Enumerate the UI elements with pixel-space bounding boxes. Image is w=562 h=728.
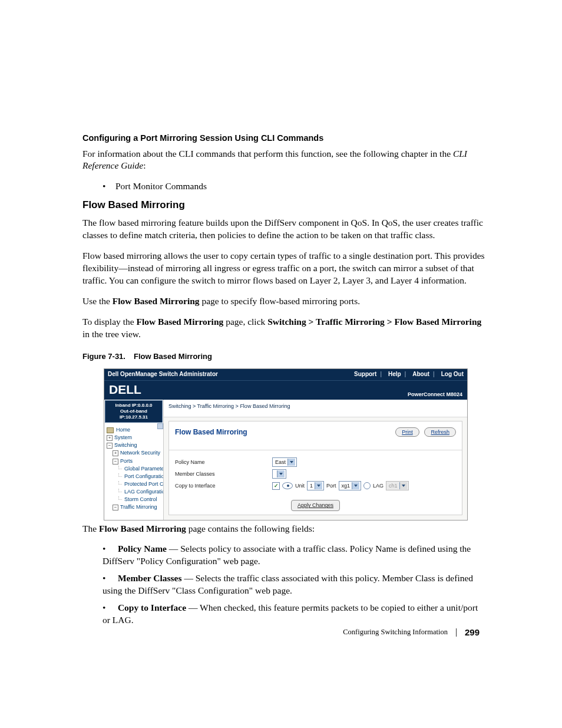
footer-divider: [456, 628, 457, 637]
lag-select: ch1: [386, 481, 409, 490]
product-name: PowerConnect M8024: [408, 391, 462, 398]
flow-paragraph-2: Flow based mirroring allows the user to …: [82, 250, 485, 287]
unit-select[interactable]: 1: [307, 481, 324, 490]
lag-label: LAG: [373, 482, 384, 489]
tree-branch-icon: [118, 481, 122, 485]
txt: The: [82, 523, 99, 533]
expand-icon[interactable]: +: [113, 450, 118, 456]
tree-switching[interactable]: Switching: [114, 442, 137, 448]
member-classes-select[interactable]: [272, 469, 286, 479]
port-value: xg1: [342, 482, 351, 489]
panel-actions: Print Refresh: [392, 427, 456, 437]
txt: page, click: [223, 317, 267, 327]
inband-ip: Inband IP:0.0.0.0: [106, 403, 161, 409]
content-area: Switching > Traffic Mirroring > Flow Bas…: [164, 400, 467, 519]
form-area: Policy Name East Member Classes: [169, 450, 462, 496]
heading-cli-commands: Configuring a Port Mirroring Session Usi…: [82, 133, 485, 144]
field-definitions-list: Policy Name — Selects policy to associat…: [82, 543, 485, 627]
member-classes-label: Member Classes: [175, 470, 272, 477]
outofband-ip: Out-of-band IP:10.27.5.31: [106, 409, 161, 420]
chevron-down-icon: [399, 482, 407, 489]
txt: Use the: [82, 296, 113, 306]
tree-storm-control[interactable]: Storm Control: [124, 496, 157, 502]
nav-path-bold: Switching > Traffic Mirroring > Flow Bas…: [267, 317, 481, 327]
unit-radio[interactable]: [282, 482, 293, 489]
panel-title: Flow Based Mirroring: [175, 427, 247, 437]
tree-network-security[interactable]: Network Security: [120, 450, 160, 456]
figure-caption: Figure 7-31.Flow Based Mirroring: [82, 351, 485, 362]
page-footer: Configuring Switching Information 299: [343, 627, 480, 638]
port-select[interactable]: xg1: [339, 481, 362, 490]
flow-nav-paragraph: To display the Flow Based Mirroring page…: [82, 316, 485, 341]
heading-flow-based-mirroring: Flow Based Mirroring: [82, 199, 485, 212]
flow-based-mirroring-bold: Flow Based Mirroring: [113, 296, 200, 306]
page-number: 299: [465, 627, 480, 638]
tree-port-config[interactable]: Port Configuratio: [124, 473, 163, 479]
help-link[interactable]: Help: [388, 371, 401, 377]
main-panel: Flow Based Mirroring Print Refresh Polic…: [168, 421, 462, 515]
nav-tree[interactable]: Home +System −Switching +Network Securit…: [104, 423, 163, 519]
tree-traffic-mirroring[interactable]: Traffic Mirroring: [120, 504, 157, 510]
unit-label: Unit: [295, 482, 305, 489]
support-link[interactable]: Support: [354, 371, 376, 377]
figure-title: Flow Based Mirroring: [134, 352, 212, 361]
tree-system[interactable]: System: [114, 434, 132, 440]
brand-bar: DELL PowerConnect M8024: [104, 380, 467, 400]
app-title: Dell OpenManage Switch Administrator: [108, 370, 218, 378]
page-name-bold: Flow Based Mirroring: [99, 523, 186, 533]
policy-name-label: Policy Name: [175, 459, 272, 466]
collapse-icon[interactable]: −: [113, 459, 118, 465]
field-def-member: Member Classes — Selects the traffic cla…: [103, 572, 485, 597]
apply-bar: Apply Changes: [169, 496, 462, 514]
tree-protected-port[interactable]: Protected Port C: [124, 481, 163, 487]
scroll-up-icon[interactable]: [157, 423, 163, 429]
chevron-down-icon: [352, 482, 359, 489]
tree-global-parameters[interactable]: Global Paramete: [124, 466, 163, 472]
separator: |: [380, 371, 382, 377]
breadcrumb: Switching > Traffic Mirroring > Flow Bas…: [164, 400, 467, 417]
cli-intro-a: For information about the CLI commands t…: [82, 149, 453, 159]
copy-to-interface-label: Copy to Interface: [175, 482, 272, 489]
lag-value: ch1: [389, 482, 398, 489]
tree-branch-icon: [118, 489, 122, 492]
flow-paragraph-1: The flow based mirroring feature builds …: [82, 217, 485, 242]
txt: in the tree view.: [82, 329, 141, 339]
separator: |: [405, 371, 406, 377]
window-titlebar: Dell OpenManage Switch Administrator Sup…: [104, 369, 467, 380]
logout-link[interactable]: Log Out: [441, 371, 464, 377]
chevron-down-icon: [277, 470, 285, 477]
apply-changes-button[interactable]: Apply Changes: [291, 500, 340, 510]
policy-name-value: East: [275, 459, 286, 466]
about-link[interactable]: About: [412, 371, 429, 377]
dell-logo: DELL: [109, 381, 141, 398]
cli-bullet-list: Port Monitor Commands: [82, 180, 485, 193]
chevron-down-icon: [287, 459, 295, 466]
tree-home[interactable]: Home: [107, 426, 162, 433]
titlebar-links: Support| Help| About| Log Out: [351, 370, 464, 378]
cli-intro-b: :: [143, 160, 146, 170]
collapse-icon[interactable]: −: [113, 505, 118, 510]
port-label: Port: [326, 482, 336, 489]
panel-header: Flow Based Mirroring Print Refresh: [169, 421, 462, 450]
refresh-button[interactable]: Refresh: [424, 427, 456, 437]
unit-value: 1: [310, 482, 313, 489]
collapse-icon[interactable]: −: [107, 443, 113, 449]
copy-checkbox[interactable]: ✓: [272, 482, 280, 490]
txt: page to specify flow-based mirroring por…: [200, 296, 360, 306]
page-name-bold: Flow Based Mirroring: [136, 317, 223, 327]
tree-ports[interactable]: Ports: [120, 458, 133, 464]
tree-lag-config[interactable]: LAG Configuratio: [124, 489, 163, 495]
txt: page contains the following fields:: [186, 523, 315, 533]
flow-paragraph-3: Use the Flow Based Mirroring page to spe…: [82, 295, 485, 308]
policy-name-select[interactable]: East: [272, 457, 297, 467]
field-copy-name: Copy to Interface: [118, 602, 186, 612]
print-button[interactable]: Print: [395, 427, 419, 437]
field-def-policy: Policy Name — Selects policy to associat…: [103, 543, 485, 568]
tree-branch-icon: [118, 473, 122, 477]
cli-bullet-item: Port Monitor Commands: [103, 180, 485, 193]
embedded-screenshot: Dell OpenManage Switch Administrator Sup…: [104, 368, 468, 520]
field-member-name: Member Classes: [118, 573, 182, 583]
expand-icon[interactable]: +: [107, 435, 113, 441]
footer-section: Configuring Switching Information: [343, 627, 448, 637]
lag-radio[interactable]: [363, 482, 371, 489]
